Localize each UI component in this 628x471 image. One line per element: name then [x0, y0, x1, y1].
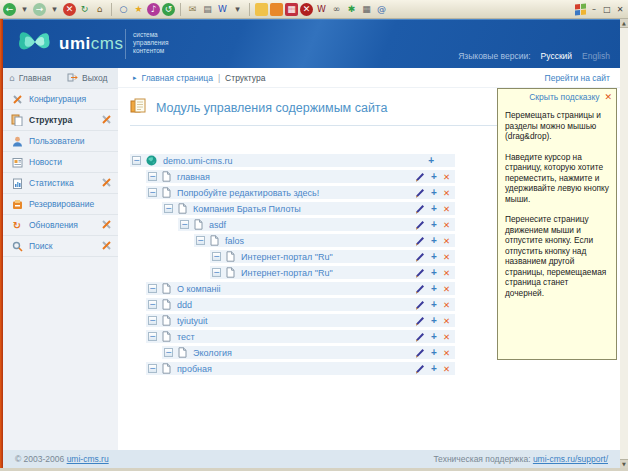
delete-icon[interactable]: ✕ [443, 252, 450, 262]
tree-node-label[interactable]: asdf [209, 220, 226, 230]
edit-icon[interactable] [415, 284, 425, 294]
wrench-icon[interactable] [101, 240, 112, 253]
app-red-grid-icon[interactable]: ▦ [285, 3, 298, 16]
tree-expander[interactable]: − [148, 284, 157, 293]
add-icon[interactable]: + [431, 316, 437, 326]
edit-icon[interactable] [415, 236, 425, 246]
edit-icon[interactable] [415, 188, 425, 198]
edit-icon[interactable] [415, 316, 425, 326]
sidebar-item-stats[interactable]: Статистика [3, 173, 118, 194]
wrench-icon[interactable] [101, 114, 112, 127]
tree-node-label[interactable]: главная [177, 172, 210, 182]
tree-node-label[interactable]: Попробуйте редактировать здесь! [177, 188, 319, 198]
forward-icon[interactable]: → [33, 3, 46, 16]
sidebar-item-structure[interactable]: Структура [3, 110, 118, 131]
delete-icon[interactable]: ✕ [443, 188, 450, 198]
edit-icon[interactable] [415, 204, 425, 214]
app-swirl-icon[interactable]: @ [375, 3, 388, 16]
delete-icon[interactable]: ✕ [443, 348, 450, 358]
app-flower-icon[interactable]: ✱ [345, 3, 358, 16]
tree-expander[interactable]: − [132, 156, 141, 165]
delete-icon[interactable]: ✕ [443, 268, 450, 278]
tree-expander[interactable]: − [148, 188, 157, 197]
footer-support-link[interactable]: umi-cms.ru/support/ [533, 454, 608, 464]
sidebar-item-config[interactable]: Конфигурация [3, 89, 118, 110]
tree-node-label[interactable]: О компанii [177, 284, 221, 294]
search-icon[interactable]: ○ [117, 3, 130, 16]
add-icon[interactable]: + [431, 300, 437, 310]
print-icon[interactable]: ▤ [201, 3, 214, 16]
delete-icon[interactable]: ✕ [443, 204, 450, 214]
tree-expander[interactable]: − [148, 172, 157, 181]
sidebar-item-updates[interactable]: ↻Обновления [3, 215, 118, 236]
stop-icon[interactable]: ✕ [63, 3, 76, 16]
add-icon[interactable]: + [431, 364, 437, 374]
tree-expander[interactable]: − [148, 300, 157, 309]
tree-node-label[interactable]: tyiutyuit [177, 316, 208, 326]
delete-icon[interactable]: ✕ [443, 220, 450, 230]
tree-node-label[interactable]: ddd [177, 300, 192, 310]
delete-icon[interactable]: ✕ [443, 364, 450, 374]
add-icon[interactable]: + [428, 156, 434, 166]
sidebar-item-backup[interactable]: Резервирование [3, 194, 118, 215]
tree-expander[interactable]: − [196, 236, 205, 245]
add-icon[interactable]: + [431, 204, 437, 214]
app-binoculars-icon[interactable]: ∞ [330, 3, 343, 16]
scrollbar-down-button[interactable]: ▼ [620, 459, 628, 468]
delete-icon[interactable]: ✕ [443, 236, 450, 246]
edit-icon[interactable] [415, 332, 425, 342]
delete-icon[interactable]: ✕ [443, 284, 450, 294]
language-english[interactable]: English [582, 51, 610, 61]
app-shield-icon[interactable]: ✕ [300, 3, 313, 16]
tree-expander[interactable]: − [148, 364, 157, 373]
edit-icon[interactable] [415, 220, 425, 230]
tree-node-label[interactable]: falos [225, 236, 244, 246]
edit-icon[interactable] [415, 172, 425, 182]
tree-node-label[interactable]: Интернет-портал "Ru" [241, 268, 333, 278]
sidebar-item-news[interactable]: Новости [3, 152, 118, 173]
delete-icon[interactable]: ✕ [443, 316, 450, 326]
app-word-icon[interactable]: W [315, 3, 328, 16]
delete-icon[interactable]: ✕ [443, 332, 450, 342]
edit-icon[interactable] [415, 348, 425, 358]
sidebar-item-label[interactable]: Обновления [29, 220, 78, 230]
sidebar-item-users[interactable]: Пользователи [3, 131, 118, 152]
edit-icon[interactable] [415, 268, 425, 278]
sidebar-item-label[interactable]: Поиск [29, 241, 53, 251]
add-icon[interactable]: + [431, 332, 437, 342]
scrollbar[interactable]: ▲ ▼ [620, 19, 628, 468]
nav-home-link[interactable]: Главная [19, 73, 51, 83]
tree-node-label[interactable]: тест [177, 332, 195, 342]
breadcrumb-home-link[interactable]: Главная страница [142, 73, 213, 83]
home-icon[interactable]: ⌂ [93, 3, 106, 16]
edit-word-icon[interactable]: W [216, 3, 229, 16]
add-icon[interactable]: + [431, 284, 437, 294]
app-grid-icon[interactable]: ▦ [360, 3, 373, 16]
footer-site-link[interactable]: umi-cms.ru [67, 454, 109, 464]
hint-close-icon[interactable]: ✕ [604, 92, 612, 102]
wrench-icon[interactable] [101, 219, 112, 232]
tree-expander[interactable]: − [212, 268, 221, 277]
restore-button[interactable]: □ [602, 5, 612, 14]
tree-node-label[interactable]: Интернет-портал "Ru" [241, 252, 333, 262]
tree-expander[interactable]: − [164, 204, 173, 213]
add-icon[interactable]: + [431, 236, 437, 246]
language-russian[interactable]: Русский [541, 51, 573, 61]
sidebar-item-label[interactable]: Конфигурация [29, 94, 86, 104]
sidebar-item-label[interactable]: Пользователи [29, 136, 84, 146]
close-button[interactable]: ✕ [615, 5, 625, 14]
tree-expander[interactable]: − [164, 348, 173, 357]
tree-node-label[interactable]: пробная [177, 364, 212, 374]
favorites-icon[interactable]: ★ [132, 3, 145, 16]
hide-hint-link[interactable]: Скрыть подсказку [529, 92, 599, 102]
add-icon[interactable]: + [431, 188, 437, 198]
forward-menu-icon[interactable]: ▾ [48, 3, 61, 16]
media-icon[interactable]: ♪ [147, 3, 160, 16]
add-icon[interactable]: + [431, 348, 437, 358]
back-icon[interactable]: ← [3, 3, 16, 16]
delete-icon[interactable]: ✕ [443, 300, 450, 310]
minimize-button[interactable]: – [589, 5, 599, 14]
app-orange-icon[interactable] [270, 3, 283, 16]
edit-icon[interactable] [415, 300, 425, 310]
tree-expander[interactable]: − [148, 332, 157, 341]
